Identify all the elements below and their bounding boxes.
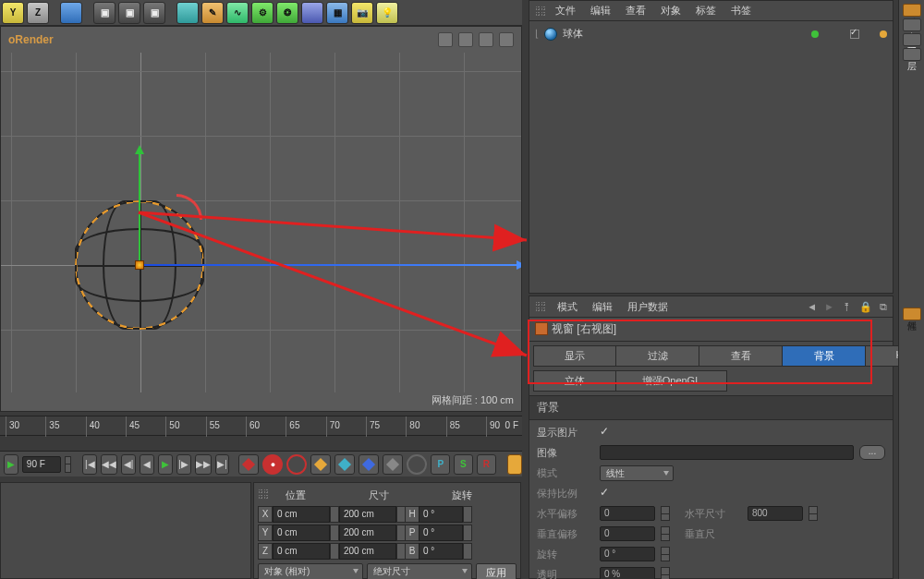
psr-s-button[interactable]: S (454, 454, 473, 475)
play-button[interactable]: ▶ (158, 454, 173, 475)
prop-rotate-spinner[interactable] (661, 547, 670, 561)
size-y-field[interactable]: 200 cm (339, 525, 396, 541)
dock-tab-materials[interactable]: 材质管理器 (903, 33, 921, 46)
size-y-spinner[interactable] (396, 525, 406, 541)
size-x-field[interactable]: 200 cm (339, 506, 396, 523)
axis-y-button[interactable]: Y (2, 2, 24, 24)
om-tab-edit[interactable]: 编辑 (585, 2, 616, 19)
rot-z-field[interactable]: 0 ° (419, 543, 463, 560)
psr-p-button[interactable]: P (431, 454, 450, 475)
floor-button[interactable]: ▦ (326, 2, 348, 24)
drag-handle-icon[interactable] (535, 6, 546, 17)
viewport-zoom-icon[interactable] (458, 32, 473, 47)
new-window-icon[interactable]: ⧉ (880, 301, 887, 313)
prop-keep-ratio-checkbox[interactable] (600, 489, 611, 500)
viewport-canvas[interactable] (1, 53, 521, 392)
axis-z-button[interactable]: Z (27, 2, 49, 24)
environment-button[interactable] (301, 2, 323, 24)
attr-subtab-display[interactable]: 显示 (533, 345, 616, 367)
viewport-pan-icon[interactable] (438, 32, 453, 47)
prop-hsize-field[interactable]: 800 (748, 506, 803, 521)
rot-x-field[interactable]: 0 ° (419, 506, 463, 523)
pos-x-spinner[interactable] (330, 506, 339, 523)
size-z-spinner[interactable] (396, 543, 406, 560)
go-start-button[interactable]: |◀ (82, 454, 97, 475)
rot-z-spinner[interactable] (463, 543, 472, 560)
om-tab-file[interactable]: 文件 (550, 2, 581, 19)
key-rot-button[interactable] (359, 454, 379, 475)
spline-tool-button[interactable]: ∿ (226, 2, 249, 24)
dock-tab-object[interactable]: 对象 (903, 4, 921, 17)
render-check-icon[interactable] (850, 30, 859, 39)
prop-hoffset-spinner[interactable] (661, 506, 670, 521)
drag-handle-icon[interactable] (535, 301, 546, 312)
rot-x-spinner[interactable] (463, 506, 472, 523)
prop-image-field[interactable] (600, 445, 854, 460)
key-selection-button[interactable] (286, 454, 307, 475)
viewport-layout-icon[interactable] (499, 32, 514, 47)
attr-subtab-view[interactable]: 查看 (699, 345, 783, 367)
deformer-button[interactable]: ❂ (276, 2, 298, 24)
om-tab-bookmark[interactable]: 书签 (725, 2, 757, 19)
lock-icon[interactable]: 🔒 (859, 301, 872, 313)
tag-icon[interactable] (880, 30, 887, 38)
coord-pos-mode-dropdown[interactable]: 对象 (相对) (258, 563, 363, 579)
step-back-button[interactable]: ◀| (121, 454, 136, 475)
key-pos-button[interactable] (310, 454, 331, 475)
coord-apply-button[interactable]: 应用 (476, 563, 517, 579)
prop-rotate-field[interactable]: 0 ° (600, 547, 655, 561)
dock-tab-content[interactable]: 内容 (903, 18, 921, 31)
prop-voffset-spinner[interactable] (661, 526, 670, 541)
timeline-expand-button[interactable] (507, 454, 522, 475)
autokey-button[interactable]: ● (262, 454, 283, 475)
attr-subtab-stereo[interactable]: 立体 (533, 370, 616, 392)
coord-size-mode-dropdown[interactable]: 绝对尺寸 (367, 563, 472, 579)
rot-y-field[interactable]: 0 ° (419, 525, 463, 541)
size-z-field[interactable]: 200 cm (339, 543, 396, 560)
attr-subtab-opengl[interactable]: 增强OpenGL (616, 370, 727, 392)
om-tab-object[interactable]: 对象 (655, 2, 687, 19)
attr-subtab-filter[interactable]: 过滤 (616, 345, 699, 367)
record-key-button[interactable] (238, 454, 259, 475)
dock-tab-layers[interactable]: 层 (903, 48, 921, 61)
psr-r-button[interactable]: R (477, 454, 496, 475)
go-prevkey-button[interactable]: ◀◀ (101, 454, 117, 475)
prop-hoffset-field[interactable]: 0 (600, 506, 655, 521)
go-end-button[interactable]: ▶| (215, 454, 230, 475)
primitive-cube-button[interactable] (176, 2, 199, 24)
viewport-rotate-icon[interactable] (479, 32, 493, 47)
attr-subtab-background[interactable]: 背景 (783, 345, 866, 367)
pos-z-field[interactable]: 0 cm (273, 543, 330, 560)
key-scale-button[interactable] (334, 454, 355, 475)
attr-tab-mode[interactable]: 模式 (553, 298, 581, 316)
key-pla-button[interactable] (407, 454, 427, 475)
axis-x-gizmo[interactable] (140, 264, 518, 266)
go-nextkey-button[interactable]: ▶▶ (195, 454, 212, 475)
timeline-ruler[interactable]: 0 F 30354045505560657075808590 (0, 416, 522, 436)
rot-y-spinner[interactable] (463, 525, 472, 541)
render-view-button[interactable]: ▣ (93, 2, 116, 24)
render-picture-button[interactable]: ▣ (118, 2, 140, 24)
pos-x-field[interactable]: 0 cm (273, 506, 330, 523)
dock-tab-attribute[interactable]: 属性 (903, 308, 921, 320)
om-tab-view[interactable]: 查看 (620, 2, 651, 19)
current-frame-spinner[interactable] (65, 456, 72, 473)
make-editable-button[interactable] (60, 2, 82, 24)
light-button[interactable]: 💡 (376, 2, 398, 24)
key-param-button[interactable] (383, 454, 403, 475)
prop-hsize-spinner[interactable] (808, 506, 818, 521)
play-back-button[interactable]: ◀ (140, 454, 154, 475)
visibility-dot-icon[interactable] (811, 30, 819, 38)
pos-y-field[interactable]: 0 cm (273, 525, 330, 541)
attr-tab-userdata[interactable]: 用户数据 (624, 298, 672, 316)
axis-origin[interactable] (135, 260, 144, 270)
pos-y-spinner[interactable] (330, 525, 339, 541)
attr-tab-edit[interactable]: 编辑 (589, 298, 616, 316)
rotation-handle[interactable] (176, 194, 202, 220)
prop-opacity-field[interactable]: 0 % (600, 567, 655, 579)
nav-fwd-icon[interactable]: ► (824, 301, 834, 312)
current-frame-field[interactable]: 90 F (22, 456, 61, 473)
nav-up-icon[interactable]: ⭱ (842, 301, 852, 312)
play-start-button[interactable]: ▶ (4, 454, 18, 475)
size-x-spinner[interactable] (396, 506, 406, 523)
